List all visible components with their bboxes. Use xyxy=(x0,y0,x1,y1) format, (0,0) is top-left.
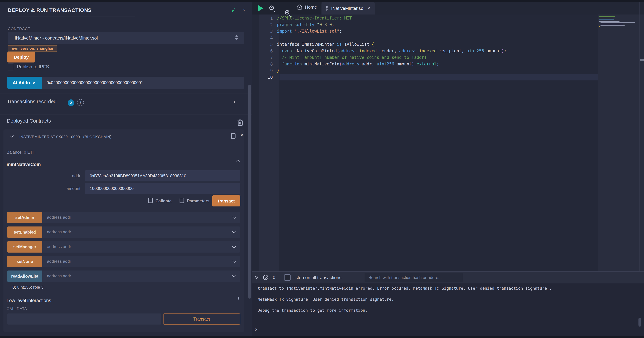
setNone-input[interactable]: address addr xyxy=(47,259,71,264)
clear-console-icon[interactable] xyxy=(263,275,268,280)
expand-chevron-icon[interactable] xyxy=(233,230,236,234)
line-number: 6 xyxy=(252,48,276,54)
at-address-row: At Address 0x020000000000000000000000000… xyxy=(7,77,244,89)
contract-select-value: INativeMinter - contracts/INativeMinter.… xyxy=(15,36,98,41)
minimap-line xyxy=(599,16,615,17)
function-row-setEnabled: setEnabledaddress addr xyxy=(7,226,240,238)
calldata-input[interactable] xyxy=(7,314,161,324)
line-number: 4 xyxy=(252,36,276,40)
code-editor[interactable]: 1//SPDX-License-Identifier: MIT2pragma s… xyxy=(252,15,598,80)
code-line-9[interactable]: 9} xyxy=(252,67,598,74)
deployed-contracts-title: Deployed Contracts xyxy=(7,118,51,124)
low-level-title: Low level interactions xyxy=(6,298,51,303)
listen-transactions-label: listen on all transactions xyxy=(294,275,341,280)
terminal-log-line: Debug the transaction to get more inform… xyxy=(258,308,552,313)
minimap-line xyxy=(600,22,635,23)
terminal-prompt: > xyxy=(254,326,258,332)
close-icon[interactable]: × xyxy=(240,132,244,138)
divider xyxy=(0,114,252,114)
low-level-transact-button[interactable]: Transact xyxy=(163,314,240,324)
function-row-readAllowList: readAllowListaddress addr xyxy=(7,270,240,282)
code-line-1[interactable]: 1//SPDX-License-Identifier: MIT xyxy=(252,15,598,22)
collapse-chevron-icon[interactable] xyxy=(10,134,13,138)
at-address-button[interactable]: At Address xyxy=(7,77,42,89)
readAllowList-input[interactable]: address addr xyxy=(47,274,71,278)
editor-minimap[interactable] xyxy=(599,16,638,27)
output-index: 0: xyxy=(12,285,16,290)
listen-transactions-checkbox[interactable] xyxy=(284,274,290,281)
function-list: setAdminaddress addrsetEnabledaddress ad… xyxy=(7,212,240,282)
addr-input[interactable]: 0xB78cbAa319ffBD899951AA30D4320f58189383… xyxy=(85,170,240,182)
chevron-up-icon[interactable] xyxy=(236,160,239,163)
terminal-log-line: MetaMask Tx Signature: User denied trans… xyxy=(258,297,552,302)
close-tab-icon[interactable]: × xyxy=(368,6,370,11)
check-icon: ✓ xyxy=(231,6,236,14)
at-address-input[interactable]: 0x02000000000000000000000000000000000000… xyxy=(46,77,143,89)
minimap-line xyxy=(599,21,620,22)
setEnabled-input[interactable]: address addr xyxy=(47,230,71,234)
code-line-8[interactable]: 8 function mintNativeCoin(address addr, … xyxy=(252,61,598,67)
tab-inativeminter[interactable]: INativeMinter.sol × xyxy=(322,2,375,14)
info-icon: i xyxy=(238,296,239,301)
code-line-10[interactable]: 10 xyxy=(252,74,598,80)
line-number: 8 xyxy=(252,62,276,67)
code-line-4[interactable]: 4 xyxy=(252,34,598,41)
transact-button[interactable]: transact xyxy=(212,196,240,206)
deployed-instance-card: INATIVEMINTER AT 0X020...00001 (BLOCKCHA… xyxy=(4,130,244,332)
setAdmin-input[interactable]: address addr xyxy=(47,215,71,220)
zoom-out-icon[interactable] xyxy=(269,6,274,10)
copy-calldata-button[interactable]: Calldata xyxy=(148,198,172,204)
copy-icon[interactable] xyxy=(231,133,236,139)
overview-ruler-cursor-marker xyxy=(640,59,644,61)
readAllowList-button[interactable]: readAllowList xyxy=(7,270,42,282)
tab-home[interactable]: Home xyxy=(296,4,317,10)
chevron-right-icon[interactable]: › xyxy=(243,6,245,13)
terminal-search-input[interactable]: Search with transaction hash or addre... xyxy=(365,273,463,282)
run-script-icon[interactable] xyxy=(258,5,263,12)
function-row-setAdmin: setAdminaddress addr xyxy=(7,212,240,223)
code-line-5[interactable]: 5interface INativeMinter is IAllowList { xyxy=(252,41,598,48)
code-line-6[interactable]: 6 event NativeCoinMinted(address indexed… xyxy=(252,48,598,54)
window-bottom-strip xyxy=(0,336,644,338)
publish-ipfs-checkbox[interactable] xyxy=(8,64,14,70)
transactions-recorded-label: Transactions recorded xyxy=(7,99,56,104)
line-number: 1 xyxy=(252,16,276,21)
solidity-icon xyxy=(325,5,329,11)
instance-balance: Balance: 0 ETH xyxy=(6,150,36,155)
terminal-search-placeholder: Search with transaction hash or addre... xyxy=(368,275,442,280)
copy-parameters-button[interactable]: Parameters xyxy=(180,198,210,204)
expand-chevron-icon[interactable] xyxy=(233,216,236,219)
copy-icon xyxy=(148,198,153,203)
code-line-7[interactable]: 7 // Mint [amount] number of native coin… xyxy=(252,54,598,61)
calldata-section-label: CALLDATA xyxy=(6,306,27,311)
panel-scrollbar[interactable] xyxy=(248,84,251,299)
setManager-button[interactable]: setManager xyxy=(7,241,42,252)
setAdmin-button[interactable]: setAdmin xyxy=(7,212,42,223)
editor-right-zone xyxy=(598,14,644,271)
contract-select[interactable]: INativeMinter - contracts/INativeMinter.… xyxy=(8,32,244,44)
chevron-right-icon[interactable]: › xyxy=(234,98,235,105)
code-line-2[interactable]: 2pragma solidity ^0.8.0; xyxy=(252,22,598,28)
setManager-input[interactable]: address addr xyxy=(47,244,71,249)
setEnabled-button[interactable]: setEnabled xyxy=(7,226,42,238)
terminal-body[interactable]: transact to INativeMinter.mintNativeCoin… xyxy=(252,284,644,336)
function-name: mintNativeCoin xyxy=(6,162,41,167)
pending-tx-count: 0 xyxy=(273,275,275,280)
collapse-terminal-icon[interactable] xyxy=(255,275,257,278)
zoom-in-icon[interactable] xyxy=(285,10,289,14)
amount-input[interactable]: 1000000000000000000 xyxy=(85,183,240,194)
expand-chevron-icon[interactable] xyxy=(233,245,236,248)
line-content: //SPDX-License-Identifier: MIT xyxy=(276,16,352,20)
expand-chevron-icon[interactable] xyxy=(233,274,236,278)
trash-icon[interactable] xyxy=(237,119,244,126)
deploy-button[interactable]: Deploy xyxy=(7,52,35,62)
code-line-3[interactable]: 3import "./IAllowList.sol"; xyxy=(252,28,598,34)
minimap-line xyxy=(599,19,614,20)
terminal-scrollbar[interactable] xyxy=(638,318,641,326)
minimap-line xyxy=(599,18,613,18)
setNone-button[interactable]: setNone xyxy=(7,256,42,267)
expand-chevron-icon[interactable] xyxy=(233,260,236,263)
line-content: import "./IAllowList.sol"; xyxy=(276,29,342,34)
line-content: } xyxy=(276,68,279,73)
line-number: 5 xyxy=(252,42,276,47)
